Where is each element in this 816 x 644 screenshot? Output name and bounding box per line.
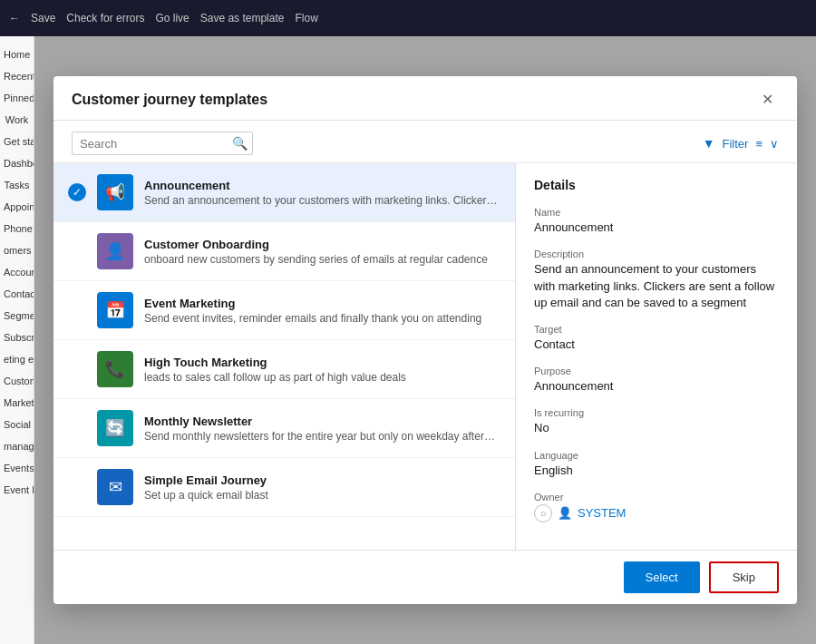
template-text: Simple Email JourneySet up a quick email… xyxy=(144,473,500,502)
detail-field-value: Announcement xyxy=(534,378,779,395)
sidebar-item[interactable]: Custome xyxy=(0,370,34,392)
detail-field-value: Send an announcement to your customers w… xyxy=(534,261,779,311)
template-description: Send monthly newsletters for the entire … xyxy=(144,430,500,443)
back-button[interactable]: ← xyxy=(9,12,20,24)
detail-field-value: No xyxy=(534,420,779,436)
template-details: Details NameAnnouncementDescriptionSend … xyxy=(516,163,797,550)
modal-title: Customer journey templates xyxy=(72,92,267,108)
template-name: Event Marketing xyxy=(144,297,500,310)
template-icon: 🔄 xyxy=(97,410,133,446)
template-text: Monthly NewsletterSend monthly newslette… xyxy=(144,415,500,443)
sidebar-item[interactable]: Get start xyxy=(0,131,34,152)
template-name: Monthly Newsletter xyxy=(144,415,500,428)
template-text: Event MarketingSend event invites, remin… xyxy=(144,297,500,325)
detail-field-label: Purpose xyxy=(534,366,779,376)
detail-field-label: Description xyxy=(534,249,779,259)
sidebar-item[interactable]: Marketi xyxy=(0,392,34,414)
app-topbar: ← Save Check for errors Go live Save as … xyxy=(0,0,816,36)
details-section-title: Details xyxy=(534,178,779,192)
owner-field: Owner ○ 👤 SYSTEM xyxy=(534,492,779,522)
sidebar-item[interactable]: Tasks xyxy=(0,174,34,196)
flow-button[interactable]: Flow xyxy=(295,12,317,24)
detail-field-value: Announcement xyxy=(534,220,779,236)
sidebar: HomeRecentPinnedWorkGet startDashboTasks… xyxy=(0,36,34,644)
template-check xyxy=(68,301,86,319)
sidebar-item[interactable]: Work xyxy=(0,109,34,131)
template-text: AnnouncementSend an announcement to your… xyxy=(144,179,500,207)
app-background: ← Save Check for errors Go live Save as … xyxy=(0,0,816,644)
modal-backdrop: Customer journey templates ✕ 🔍 ▼ Filter … xyxy=(34,36,816,644)
template-check: ✓ xyxy=(68,183,86,201)
owner-person-icon: 👤 xyxy=(558,506,572,520)
modal-footer: Select Skip xyxy=(53,550,797,604)
app-body: HomeRecentPinnedWorkGet startDashboTasks… xyxy=(0,36,816,644)
detail-field-value: Contact xyxy=(534,337,779,353)
template-check xyxy=(68,242,86,260)
sidebar-item[interactable]: omers xyxy=(0,239,34,261)
skip-button[interactable]: Skip xyxy=(709,561,779,593)
save-as-template-button[interactable]: Save as template xyxy=(200,12,285,24)
sidebar-item[interactable]: eting ex xyxy=(0,348,34,370)
search-box[interactable]: 🔍 xyxy=(72,132,253,155)
sidebar-item[interactable]: Pinned xyxy=(0,87,34,109)
sidebar-item[interactable]: manag xyxy=(0,435,34,457)
filter-icon: ▼ xyxy=(703,136,715,151)
select-button[interactable]: Select xyxy=(624,561,700,593)
save-button[interactable]: Save xyxy=(31,12,55,24)
template-list-item[interactable]: 🔄Monthly NewsletterSend monthly newslett… xyxy=(53,399,515,458)
owner-status-icon: ○ xyxy=(534,504,552,522)
template-list-item[interactable]: 👤Customer Onboardingonboard new customer… xyxy=(53,222,515,281)
template-icon: 👤 xyxy=(97,233,133,269)
sidebar-item[interactable]: Contact xyxy=(0,283,34,305)
sidebar-item[interactable]: Recent xyxy=(0,65,34,87)
sidebar-item[interactable]: Segmen xyxy=(0,305,34,327)
detail-field-value: English xyxy=(534,463,779,479)
template-description: onboard new customers by sending series … xyxy=(144,253,500,266)
owner-row: ○ 👤 SYSTEM xyxy=(534,504,779,522)
template-name: Customer Onboarding xyxy=(144,238,500,251)
sidebar-item[interactable]: Event R xyxy=(0,479,34,501)
modal-close-button[interactable]: ✕ xyxy=(756,91,779,109)
template-list-item[interactable]: 📞High Touch Marketingleads to sales call… xyxy=(53,340,515,399)
owner-label: Owner xyxy=(534,492,779,503)
detail-field: Is recurringNo xyxy=(534,407,779,436)
search-input[interactable] xyxy=(80,137,232,151)
template-list-item[interactable]: 📅Event MarketingSend event invites, remi… xyxy=(53,281,515,340)
template-description: Send an announcement to your customers w… xyxy=(144,194,500,207)
template-description: leads to sales call follow up as part of… xyxy=(144,371,500,384)
sidebar-item[interactable]: Dashbo xyxy=(0,152,34,174)
modal-body: ✓📢AnnouncementSend an announcement to yo… xyxy=(53,162,797,550)
sidebar-item[interactable]: Subscri xyxy=(0,327,34,348)
template-text: Customer Onboardingonboard new customers… xyxy=(144,238,500,266)
template-check xyxy=(68,360,86,378)
sidebar-item[interactable]: Events xyxy=(0,457,34,479)
sort-icon: ≡ xyxy=(755,137,763,151)
sidebar-item[interactable]: Phone C xyxy=(0,218,34,239)
chevron-icon: ∨ xyxy=(770,137,779,151)
search-row: 🔍 ▼ Filter ≡ ∨ xyxy=(53,121,797,162)
check-errors-button[interactable]: Check for errors xyxy=(66,12,144,24)
filter-button[interactable]: ▼ Filter ≡ ∨ xyxy=(703,136,779,151)
template-check xyxy=(68,419,86,437)
go-live-button[interactable]: Go live xyxy=(155,12,189,24)
sidebar-item[interactable]: Appoint xyxy=(0,196,34,218)
detail-field-label: Target xyxy=(534,324,779,335)
main-content: Customer journey templates ✕ 🔍 ▼ Filter … xyxy=(34,36,816,644)
search-icon: 🔍 xyxy=(232,136,248,151)
detail-field-label: Name xyxy=(534,207,779,218)
sidebar-item[interactable]: Social p xyxy=(0,414,34,435)
customer-journey-modal: Customer journey templates ✕ 🔍 ▼ Filter … xyxy=(53,76,797,604)
modal-header: Customer journey templates ✕ xyxy=(53,76,797,121)
sidebar-item[interactable]: Home xyxy=(0,44,34,65)
template-text: High Touch Marketingleads to sales call … xyxy=(144,356,500,384)
template-list: ✓📢AnnouncementSend an announcement to yo… xyxy=(53,163,516,550)
owner-name: SYSTEM xyxy=(578,506,626,520)
template-description: Send event invites, reminder emails and … xyxy=(144,312,500,325)
template-list-item[interactable]: ✓📢AnnouncementSend an announcement to yo… xyxy=(53,163,515,222)
sidebar-item[interactable]: Account xyxy=(0,261,34,283)
template-icon: 📅 xyxy=(97,292,133,328)
template-name: Announcement xyxy=(144,179,500,192)
template-list-item[interactable]: ✉Simple Email JourneySet up a quick emai… xyxy=(53,458,515,517)
template-name: Simple Email Journey xyxy=(144,473,500,487)
template-icon: ✉ xyxy=(97,469,133,505)
